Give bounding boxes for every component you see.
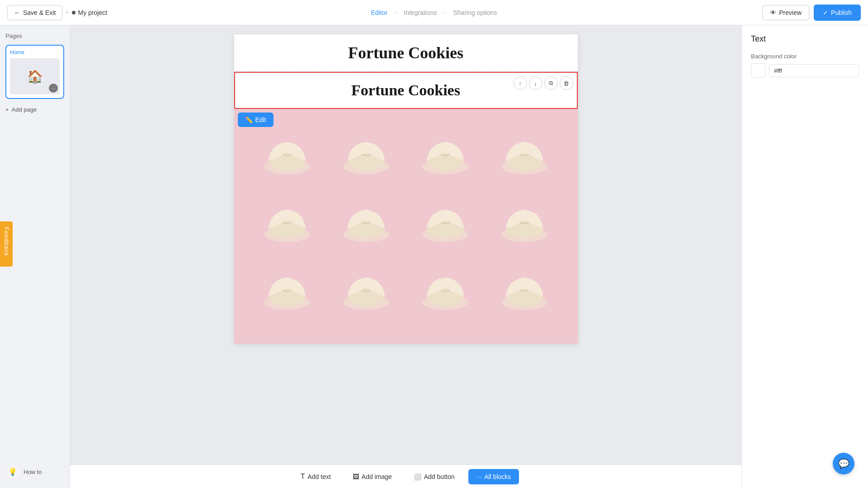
bottom-bar: T Add text 🖼 Add image ⬜ Add button ··· …: [70, 465, 741, 488]
home-page-label: Home: [10, 49, 60, 56]
fortune-cookie-icon: [500, 199, 549, 249]
pages-title: Pages: [5, 33, 64, 39]
nav-arrow-1: →: [393, 9, 398, 16]
cookie-item: [252, 263, 322, 321]
text-icon: T: [301, 473, 305, 481]
nav-steps: Editor → Integrations → Sharing options: [371, 9, 497, 16]
nav-separator: •: [66, 9, 68, 16]
cookie-item: [490, 263, 560, 321]
chat-bubble-button[interactable]: 💬: [833, 453, 854, 474]
home-page-thumb[interactable]: Home 🏠 ···: [5, 45, 64, 99]
cookie-item: [490, 195, 560, 253]
header-block: Fortune Cookies: [234, 34, 578, 72]
fortune-cookie-icon: [262, 199, 312, 249]
fortune-cookie-icon: [420, 267, 470, 317]
preview-button[interactable]: 👁 Preview: [762, 5, 809, 20]
home-icon: 🏠: [27, 69, 43, 84]
fortune-cookie-icon: [341, 131, 391, 181]
bg-color-label: Background color: [751, 53, 859, 60]
nav-step-sharing[interactable]: Sharing options: [453, 9, 497, 16]
cookie-item: [331, 127, 401, 186]
cookie-grid: [248, 122, 564, 326]
block-move-down-button[interactable]: ↓: [529, 76, 542, 90]
how-to-button[interactable]: 💡 How to: [5, 465, 42, 479]
add-text-button[interactable]: T Add text: [292, 469, 339, 485]
cookie-item: [252, 195, 322, 253]
feedback-tab[interactable]: Feedback: [0, 221, 13, 267]
fortune-cookie-icon: [262, 267, 312, 317]
canvas-scroll: Fortune Cookies Fortune Cookies ↑ ↓ ⧉ 🗑: [70, 25, 741, 465]
block-move-up-button[interactable]: ↑: [514, 76, 527, 90]
page-canvas: Fortune Cookies Fortune Cookies ↑ ↓ ⧉ 🗑: [234, 34, 578, 344]
color-swatch[interactable]: [751, 63, 765, 78]
header-title: Fortune Cookies: [243, 43, 569, 62]
color-row: [751, 63, 859, 78]
fortune-cookie-icon: [341, 199, 391, 249]
block-controls: ↑ ↓ ⧉ 🗑: [514, 76, 573, 90]
project-name: My project: [72, 9, 108, 16]
cookie-item: [490, 127, 560, 186]
fortune-cookie-icon: [420, 131, 470, 181]
nav-step-editor[interactable]: Editor: [371, 9, 387, 16]
nav-arrow-2: →: [442, 9, 448, 16]
add-page-button[interactable]: + Add page: [5, 104, 64, 115]
cookie-item: [410, 195, 481, 253]
text-block-selected[interactable]: Fortune Cookies ↑ ↓ ⧉ 🗑: [234, 72, 578, 109]
fortune-cookie-icon: [500, 131, 549, 181]
image-icon: 🖼: [353, 473, 359, 480]
color-input[interactable]: [769, 64, 859, 77]
arrow-left-icon: ←: [14, 9, 20, 16]
add-button-button[interactable]: ⬜ Add button: [406, 469, 463, 484]
block-delete-button[interactable]: 🗑: [560, 76, 573, 90]
chat-icon: 💬: [838, 458, 849, 469]
button-icon: ⬜: [414, 473, 421, 480]
check-icon: ✓: [823, 9, 828, 16]
block-copy-button[interactable]: ⧉: [544, 76, 558, 90]
cookie-item: [410, 127, 481, 186]
all-blocks-button[interactable]: ··· All blocks: [468, 469, 519, 484]
right-panel: Text Background color: [741, 25, 868, 488]
save-exit-button[interactable]: ← Save & Exit: [7, 5, 62, 20]
panel-title: Text: [751, 34, 859, 44]
fortune-cookie-icon: [420, 199, 470, 249]
nav-right: 👁 Preview ✓ Publish: [762, 5, 861, 21]
dots-icon: ···: [476, 473, 482, 480]
main-layout: Pages Home 🏠 ··· + Add page 💡 How to For…: [0, 25, 868, 488]
pencil-icon: ✏️: [245, 116, 253, 123]
project-dot-icon: [72, 11, 75, 14]
cookie-item: [331, 263, 401, 321]
add-image-button[interactable]: 🖼 Add image: [344, 469, 400, 484]
home-page-preview: 🏠 ···: [10, 58, 60, 94]
fortune-cookie-icon: [500, 267, 549, 317]
bulb-icon: 💡: [5, 465, 20, 479]
image-block: ✏️ Edit: [234, 109, 578, 344]
eye-icon: 👁: [770, 9, 776, 16]
fortune-cookie-icon: [341, 267, 391, 317]
top-nav: ← Save & Exit • My project Editor → Inte…: [0, 0, 868, 25]
cookie-item: [252, 127, 322, 186]
publish-button[interactable]: ✓ Publish: [814, 5, 861, 21]
fortune-cookie-icon: [262, 131, 312, 181]
page-more-button[interactable]: ···: [49, 84, 58, 93]
save-exit-label: Save & Exit: [23, 9, 56, 16]
cookie-item: [331, 195, 401, 253]
nav-left: ← Save & Exit • My project: [7, 5, 107, 20]
nav-step-integrations[interactable]: Integrations: [404, 9, 437, 16]
plus-icon: +: [5, 106, 9, 113]
cookie-item: [410, 263, 481, 321]
edit-button[interactable]: ✏️ Edit: [238, 113, 274, 127]
canvas-wrapper: Fortune Cookies Fortune Cookies ↑ ↓ ⧉ 🗑: [70, 25, 741, 488]
